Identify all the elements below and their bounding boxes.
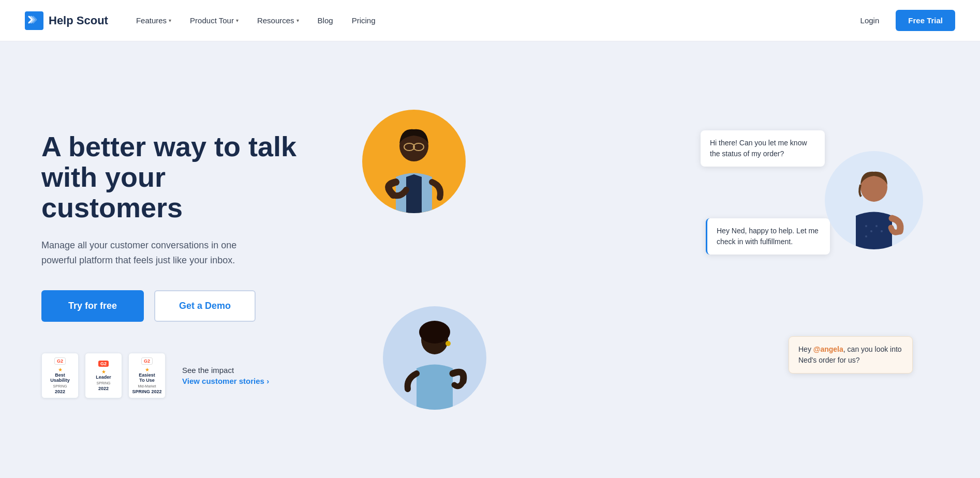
impact-label: See the impact (182, 366, 269, 375)
svg-point-7 (870, 230, 872, 232)
chat-bubble-1: Hi there! Can you let me know the status… (701, 130, 825, 167)
features-chevron-icon: ▾ (169, 18, 171, 23)
free-trial-button[interactable]: Free Trial (896, 10, 955, 31)
svg-point-6 (865, 225, 867, 227)
badge-g2-label: G2 (54, 357, 66, 365)
navbar: Help Scout Features ▾ Product Tour ▾ Res… (0, 0, 980, 41)
badge-leader-star-icon: ★ (101, 369, 106, 375)
badges-row: G2 ★ BestUsability SPRING 2022 G2 ★ Lead… (41, 353, 166, 398)
impact-text: See the impact View customer stories › (182, 366, 269, 386)
svg-point-12 (419, 321, 450, 343)
chat-bubble-2: Hey Ned, happy to help. Let me check in … (706, 218, 830, 255)
hero-title: A better way to talk with your customers (41, 131, 310, 223)
badge-star-icon: ★ (58, 367, 63, 372)
avatar-blue-right-circle (825, 151, 923, 249)
login-button[interactable]: Login (852, 12, 888, 29)
svg-point-10 (865, 235, 867, 237)
badge-easiest-g2: G2 (141, 357, 153, 365)
person1-illustration (362, 110, 466, 213)
svg-point-13 (446, 341, 451, 346)
hero-left: A better way to talk with your customers… (41, 121, 310, 399)
chat-bubble-1-text: Hi there! Can you let me know the status… (710, 139, 807, 158)
helpscout-logo-icon (25, 11, 43, 30)
badge-best-usability: G2 ★ BestUsability SPRING 2022 (41, 353, 79, 398)
nav-blog[interactable]: Blog (310, 12, 340, 29)
badge-easiest-title: EasiestTo Use (139, 372, 155, 384)
chat-bubble-3-mention: @angela (813, 345, 843, 353)
chat-bubble-3: Hey @angela, can you look into Ned's ord… (789, 336, 913, 374)
badge-easiest-to-use: G2 ★ EasiestTo Use Mid-Market SPRING 202… (128, 353, 166, 398)
badges-section: G2 ★ BestUsability SPRING 2022 G2 ★ Lead… (41, 353, 310, 398)
badge-leader-g2: G2 (98, 361, 109, 367)
product-tour-chevron-icon: ▾ (236, 18, 239, 23)
nav-features[interactable]: Features ▾ (129, 12, 179, 29)
person3-illustration (383, 306, 486, 410)
logo-link[interactable]: Help Scout (25, 11, 108, 30)
chat-bubble-3-prefix: Hey (798, 345, 813, 353)
nav-pricing[interactable]: Pricing (345, 12, 383, 29)
resources-chevron-icon: ▾ (296, 18, 299, 23)
badge-easiest-year: SPRING 2022 (132, 389, 161, 394)
chat-bubble-2-text: Hey Ned, happy to help. Let me check in … (717, 227, 819, 246)
nav-links: Features ▾ Product Tour ▾ Resources ▾ Bl… (129, 12, 852, 29)
hero-buttons: Try for free Get a Demo (41, 290, 310, 322)
nav-resources[interactable]: Resources ▾ (250, 12, 306, 29)
badge-leader: G2 ★ Leader SPRING 2022 (85, 353, 122, 398)
badge-leader-year: 2022 (98, 386, 109, 391)
logo-text: Help Scout (49, 14, 108, 27)
avatar-blue-bottom-circle (383, 306, 486, 410)
badge-leader-title: Leader (96, 375, 111, 380)
hero-section: A better way to talk with your customers… (0, 41, 980, 478)
badge-leader-season: SPRING (97, 381, 111, 385)
nav-right: Login Free Trial (852, 10, 955, 31)
nav-product-tour[interactable]: Product Tour ▾ (183, 12, 246, 29)
badge-title: BestUsability (50, 372, 70, 384)
badge-easiest-season: Mid-Market (138, 384, 156, 388)
hero-subtitle: Manage all your customer conversations i… (41, 238, 259, 268)
avatar-orange-circle (362, 110, 466, 213)
person2-illustration (825, 151, 923, 249)
badge-easiest-star-icon: ★ (145, 367, 150, 372)
try-for-free-button[interactable]: Try for free (41, 290, 144, 322)
svg-point-9 (881, 230, 883, 232)
customer-stories-link[interactable]: View customer stories › (182, 377, 269, 385)
svg-point-8 (875, 225, 878, 227)
badge-year: 2022 (55, 389, 65, 394)
get-a-demo-button[interactable]: Get a Demo (154, 290, 256, 322)
badge-season: SPRING (53, 384, 67, 388)
hero-right: Hi there! Can you let me know the status… (310, 79, 939, 441)
